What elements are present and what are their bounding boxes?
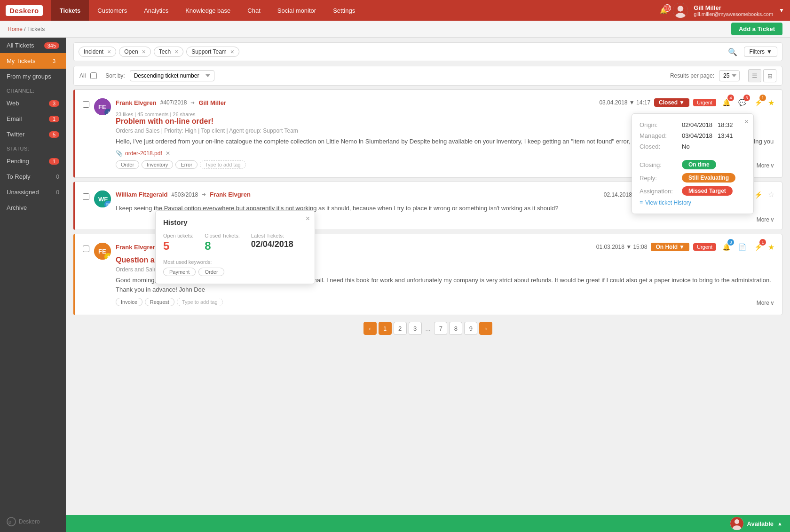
sidebar-channel-section: Channel:: [0, 84, 66, 95]
page-prev-btn[interactable]: ‹: [363, 322, 377, 335]
sidebar-item-my-tickets[interactable]: My Tickets 3: [0, 53, 66, 69]
filter-tag-open-remove[interactable]: ×: [142, 48, 146, 56]
filter-search-icon[interactable]: 🔍: [728, 48, 737, 56]
sidebar-item-to-reply[interactable]: To Reply 0: [0, 169, 66, 184]
ticket-1-status-popup: × Origin: 02/04/2018 18:32 Managed: 03/0…: [632, 113, 754, 214]
sidebar-item-unassigned[interactable]: Unassigned 0: [0, 184, 66, 200]
page-7-btn[interactable]: 7: [434, 322, 447, 335]
sidebar-item-all-tickets[interactable]: All Tickets 345: [0, 38, 66, 53]
breadcrumb-home[interactable]: Home: [8, 26, 23, 32]
sidebar-twitter-label: Twitter: [7, 131, 49, 138]
filters-button[interactable]: Filters ▼: [744, 47, 777, 57]
status-bar-content[interactable]: Available ▲: [730, 517, 783, 530]
ticket-1-number: #407/2018: [160, 99, 187, 106]
sidebar-all-tickets-count: 345: [44, 42, 59, 49]
ticket-tag-error[interactable]: Error: [175, 160, 197, 169]
app-logo[interactable]: Deskero: [6, 5, 43, 16]
ticket-tag-request[interactable]: Request: [145, 298, 174, 306]
popup-origin-label: Origin:: [640, 121, 682, 128]
popup-origin-value: 02/04/2018 18:32: [682, 121, 733, 128]
filter-tag-support-remove[interactable]: ×: [230, 48, 234, 56]
nav-social[interactable]: Social monitor: [269, 0, 324, 21]
popup-history-link[interactable]: ≡ View ticket History: [640, 199, 746, 206]
ticket-1-sender[interactable]: Frank Elvgren: [116, 99, 157, 106]
ticket-2-more-btn[interactable]: More ∨: [757, 216, 774, 223]
ticket-2-checkbox[interactable]: [83, 193, 89, 200]
sidebar-item-pending[interactable]: Pending 1: [0, 153, 66, 169]
page-8-btn[interactable]: 8: [449, 322, 462, 335]
filter-tag-incident[interactable]: Incident ×: [79, 47, 116, 57]
filter-tag-incident-remove[interactable]: ×: [107, 48, 111, 56]
nav-analytics[interactable]: Analytics: [135, 0, 177, 21]
ticket-2-star[interactable]: ☆: [768, 190, 774, 199]
user-info[interactable]: Gill Miller gill.miller@myawesomebooks.c…: [694, 4, 773, 17]
filters-chevron-icon: ▼: [766, 48, 772, 55]
nav-tickets[interactable]: Tickets: [51, 0, 89, 21]
filter-tag-tech-remove[interactable]: ×: [174, 48, 178, 56]
history-closed-label: Closed Tickets:: [205, 233, 240, 238]
ticket-tag-invoice[interactable]: Invoice: [116, 298, 142, 306]
ticket-tag-inventory[interactable]: Inventory: [142, 160, 173, 169]
ticket-3-more-btn[interactable]: More ∨: [757, 300, 774, 306]
per-page-select[interactable]: 25: [719, 70, 740, 81]
nav-knowledge[interactable]: Knowledge base: [177, 0, 239, 21]
page-3-btn[interactable]: 3: [409, 322, 422, 335]
ticket-3-doc-btn[interactable]: 📄: [736, 241, 748, 253]
user-avatar[interactable]: [673, 3, 688, 18]
nav-settings[interactable]: Settings: [324, 0, 363, 21]
ticket-tag-order[interactable]: Order: [116, 160, 139, 169]
user-dropdown-icon[interactable]: ▼: [779, 7, 784, 14]
ticket-1-msg-btn[interactable]: 💬 3: [736, 96, 748, 109]
notification-bell[interactable]: 🔔 12: [660, 7, 667, 14]
filter-tag-open[interactable]: Open ×: [119, 47, 151, 57]
breadcrumb-section: Tickets: [27, 26, 45, 32]
toolbar-all-label: All: [79, 72, 86, 79]
ticket-1-status[interactable]: Closed ▼: [654, 98, 689, 107]
popup-closing-label: Closing:: [640, 161, 682, 168]
ticket-3-tag-input[interactable]: Type to add tag: [177, 298, 223, 306]
popup-managed-label: Managed:: [640, 132, 682, 139]
filter-tag-support[interactable]: Support Team ×: [186, 47, 239, 57]
add-ticket-button[interactable]: Add a Ticket: [731, 23, 782, 35]
ticket-3-checkbox[interactable]: [83, 246, 89, 252]
ticket-3-notif-btn[interactable]: 🔔 8: [720, 241, 732, 253]
grid-view-icon[interactable]: ⊞: [763, 69, 776, 82]
page-2-btn[interactable]: 2: [394, 322, 407, 335]
popup-assig-row: Assignation: Missed Target: [640, 186, 746, 196]
ticket-2-sender[interactable]: William Fitzgerald: [116, 191, 167, 198]
ticket-3-star[interactable]: ★: [768, 243, 774, 252]
sidebar-item-email[interactable]: Email 1: [0, 111, 66, 127]
top-navigation: Deskero Tickets Customers Analytics Know…: [0, 0, 790, 21]
sidebar-item-archive[interactable]: Archive: [0, 200, 66, 215]
page-1-btn[interactable]: 1: [379, 322, 392, 335]
select-all-checkbox[interactable]: [90, 72, 97, 79]
history-popup-close[interactable]: ×: [306, 214, 310, 223]
popup-close-btn[interactable]: ×: [744, 118, 749, 126]
ticket-3-alert-btn[interactable]: ⚡ 1: [752, 241, 764, 253]
ticket-1-star[interactable]: ★: [768, 98, 774, 107]
sidebar-item-web[interactable]: Web 3: [0, 95, 66, 111]
more-chevron-icon-3: ∨: [770, 300, 774, 306]
ticket-3-sender[interactable]: Frank Elvgren: [116, 244, 157, 251]
ticket-1-more-btn[interactable]: More ∨: [757, 162, 774, 169]
sidebar-email-count: 1: [49, 116, 59, 122]
history-tag-payment[interactable]: Payment: [163, 268, 196, 276]
ticket-1-alert-btn[interactable]: ⚡ 1: [752, 96, 764, 109]
ticket-1-tag-input[interactable]: Type to add tag: [200, 160, 246, 169]
list-view-icon[interactable]: ☰: [748, 69, 761, 82]
ticket-3-status[interactable]: On Hold ▼: [651, 243, 689, 251]
sidebar-archive-label: Archive: [7, 204, 59, 211]
history-tag-order[interactable]: Order: [198, 268, 224, 276]
page-next-btn[interactable]: ›: [479, 322, 492, 335]
ticket-1-notif-btn[interactable]: 🔔 4: [720, 96, 732, 109]
filter-tag-tech[interactable]: Tech ×: [154, 47, 184, 57]
sidebar-item-twitter[interactable]: Twitter 5: [0, 127, 66, 142]
ticket-1-checkbox[interactable]: [83, 101, 89, 108]
sort-select[interactable]: Descending ticket number: [130, 70, 214, 81]
sidebar-item-from-groups[interactable]: From my groups: [0, 69, 66, 84]
page-9-btn[interactable]: 9: [464, 322, 477, 335]
sidebar-my-tickets-label: My Tickets: [7, 57, 49, 64]
nav-customers[interactable]: Customers: [89, 0, 135, 21]
sidebar-status-section: Status:: [0, 142, 66, 153]
nav-chat[interactable]: Chat: [239, 0, 269, 21]
